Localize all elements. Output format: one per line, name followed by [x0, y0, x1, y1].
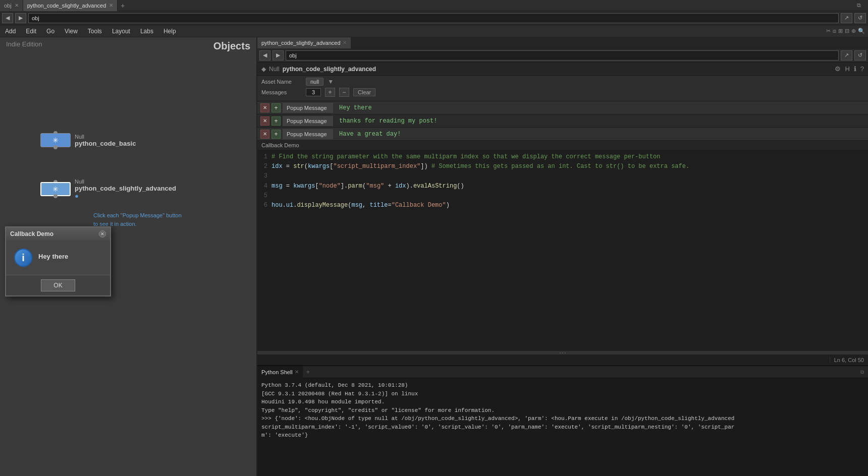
callback-demo-label: Callback Demo: [257, 141, 868, 150]
path-bar[interactable]: obj: [28, 13, 839, 23]
shell-maximize-button[interactable]: ⧉: [856, 369, 868, 375]
shell-line-1: Python 3.7.4 (default, Dec 8 2021, 10:01…: [261, 381, 864, 390]
asset-name-dropdown[interactable]: ▼: [328, 78, 334, 85]
tool-icon-2[interactable]: ⧈: [833, 28, 836, 34]
status-input[interactable]: [257, 354, 830, 365]
messages-add-button[interactable]: +: [325, 88, 335, 97]
tool-icon-6[interactable]: 🔍: [858, 28, 865, 34]
menu-labs[interactable]: Labs: [135, 25, 158, 37]
dialog-titlebar[interactable]: Callback Demo ✕: [6, 227, 110, 241]
main-layout: Indie Edition Objects ✳ Null python_code…: [0, 37, 868, 476]
node-dot-bottom-1[interactable]: [53, 145, 58, 149]
tab-python-advanced-close[interactable]: ✕: [109, 3, 113, 8]
question-icon[interactable]: ?: [860, 65, 864, 73]
menu-bar: Add Edit Go View Tools Layout Labs Help …: [0, 25, 868, 37]
null-indicator: ◆: [261, 66, 266, 73]
asset-name-value[interactable]: null: [306, 78, 323, 86]
popup-msg-2: thanks for reading my post!: [335, 117, 437, 125]
node-python-advanced[interactable]: ✳ Null python_code_slightly_advanced ●: [40, 178, 176, 200]
line-num-3: 3: [259, 171, 267, 181]
popup-label-3[interactable]: Popup Message: [283, 129, 333, 139]
right-tab-label: python_code_slightly_advanced: [261, 40, 341, 46]
menu-add[interactable]: Add: [0, 25, 21, 37]
shell-tab-add[interactable]: +: [303, 369, 313, 376]
left-panel: Indie Edition Objects ✳ Null python_code…: [0, 37, 257, 476]
callback-dialog: Callback Demo ✕ i Hey there OK: [5, 226, 111, 296]
menu-view[interactable]: View: [60, 25, 83, 37]
line-code-1: # Find the string parameter with the sam…: [272, 152, 661, 162]
tab-obj-close[interactable]: ✕: [15, 3, 19, 8]
code-editor[interactable]: 1 # Find the string parameter with the s…: [257, 150, 868, 351]
right-reload-button[interactable]: ↺: [854, 50, 866, 61]
breadcrumb-path: python_code_slightly_advanced: [283, 66, 376, 73]
menu-help[interactable]: Help: [158, 25, 181, 37]
tool-icon-3[interactable]: ⊞: [838, 28, 843, 34]
window-restore[interactable]: ⧉: [857, 2, 861, 9]
info-icon[interactable]: ℹ: [854, 65, 856, 73]
menu-edit[interactable]: Edit: [21, 25, 41, 37]
line-num-2: 2: [259, 162, 267, 171]
dialog-body: i Hey there: [6, 241, 110, 275]
tool-icon-5[interactable]: ⊕: [851, 28, 856, 34]
right-path-bar[interactable]: obj: [286, 50, 839, 61]
shell-panel: Python Shell ✕ + ⧉ Python 3.7.4 (default…: [257, 365, 868, 476]
menu-tools[interactable]: Tools: [83, 25, 107, 37]
popup-add-1[interactable]: +: [272, 103, 281, 112]
line-code-6: hou.ui.displayMessage(msg, title="Callba…: [272, 201, 450, 210]
popup-add-3[interactable]: +: [272, 130, 281, 139]
dialog-box: Callback Demo ✕ i Hey there OK: [5, 226, 111, 296]
right-back-button[interactable]: ◀: [259, 50, 270, 61]
messages-count[interactable]: 3: [306, 88, 321, 96]
code-line-5: 5: [259, 191, 866, 201]
right-tab-active[interactable]: python_code_slightly_advanced ✕: [257, 37, 351, 48]
popup-label-2[interactable]: Popup Message: [283, 116, 333, 126]
right-tab-close[interactable]: ✕: [343, 40, 347, 45]
line-num-5: 5: [259, 191, 267, 201]
node-label-group-1: Null python_code_basic: [75, 134, 136, 147]
menu-layout[interactable]: Layout: [107, 25, 135, 37]
menu-go[interactable]: Go: [41, 25, 60, 37]
popup-msg-3: Have a great day!: [335, 131, 401, 138]
h-icon[interactable]: H: [845, 65, 849, 73]
asset-name-label: Asset Name: [261, 79, 302, 85]
node-star-1: ✳: [52, 136, 59, 144]
node-python-basic[interactable]: ✳ Null python_code_basic: [40, 133, 136, 147]
popup-delete-1[interactable]: ✕: [260, 103, 269, 112]
node-info-dot: ●: [75, 192, 176, 200]
tool-icon-4[interactable]: ⊟: [845, 28, 849, 34]
tool-icon-1[interactable]: ✂: [826, 28, 831, 34]
asset-name-row: Asset Name null ▼: [261, 78, 864, 86]
dialog-icon-label: i: [22, 252, 25, 264]
tab-python-advanced[interactable]: python_code_slightly_advanced ✕: [23, 0, 118, 11]
shell-tab-close[interactable]: ✕: [295, 369, 299, 375]
forward-button[interactable]: ▶: [15, 13, 26, 23]
tab-obj[interactable]: obj ✕: [0, 0, 23, 11]
popup-add-2[interactable]: +: [272, 116, 281, 126]
nav-bar: ◀ ▶ obj ↗ ↺: [0, 11, 868, 25]
tab-add-button[interactable]: +: [118, 2, 128, 10]
right-forward-button[interactable]: ▶: [273, 50, 284, 61]
shell-tab-python[interactable]: Python Shell ✕: [257, 366, 303, 378]
popup-rows-container: ✕ + Popup Message Hey there ✕ + Popup Me…: [257, 101, 868, 141]
node-dot-bottom-2[interactable]: [53, 194, 58, 198]
back-button[interactable]: ◀: [2, 13, 13, 23]
jump-button[interactable]: ↗: [841, 13, 852, 23]
messages-clear-button[interactable]: Clear: [353, 88, 375, 96]
status-position: Ln 6, Col 50: [830, 357, 868, 363]
popup-row-3: ✕ + Popup Message Have a great day!: [257, 128, 868, 141]
dialog-ok-button[interactable]: OK: [41, 279, 75, 291]
indie-edition-label: Indie Edition: [6, 40, 42, 52]
shell-line-2: [GCC 9.3.1 20200408 (Red Hat 9.3.1-2)] o…: [261, 390, 864, 398]
popup-label-1[interactable]: Popup Message: [283, 103, 333, 113]
gear-icon[interactable]: ⚙: [835, 65, 841, 73]
right-jump-button[interactable]: ↗: [841, 50, 852, 61]
popup-delete-3[interactable]: ✕: [260, 130, 269, 139]
popup-delete-2[interactable]: ✕: [260, 116, 269, 126]
reload-button[interactable]: ↺: [854, 13, 866, 23]
shell-content: Python 3.7.4 (default, Dec 8 2021, 10:01…: [257, 378, 868, 476]
dialog-close-button[interactable]: ✕: [99, 230, 106, 237]
code-line-6: 6 hou.ui.displayMessage(msg, title="Call…: [259, 201, 866, 210]
code-line-2: 2 idx = str(kwargs["script_multiparm_ind…: [259, 162, 866, 171]
messages-sub-button[interactable]: −: [339, 88, 349, 97]
popup-row-2: ✕ + Popup Message thanks for reading my …: [257, 114, 868, 128]
